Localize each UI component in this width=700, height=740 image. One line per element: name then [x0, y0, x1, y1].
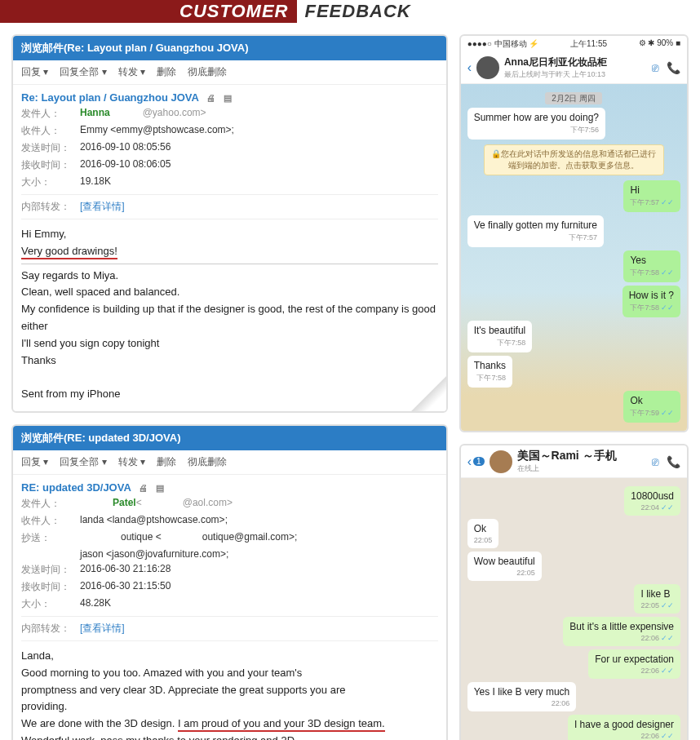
- email-card-1: 浏览邮件(Re: Layout plan / Guangzhou JOVA) 回…: [11, 34, 448, 413]
- call-icon[interactable]: 📞: [667, 455, 680, 468]
- print-icon[interactable]: 🖨: [139, 483, 148, 493]
- forward-button[interactable]: 转发 ▾: [118, 65, 145, 79]
- fwd-label: 内部转发：: [21, 622, 80, 636]
- video-call-icon[interactable]: ⎚: [652, 455, 658, 468]
- purge-button[interactable]: 彻底删除: [188, 455, 227, 469]
- read-tick-icon: ✓✓: [661, 601, 674, 609]
- body-line: providing.: [21, 698, 438, 716]
- forward-button[interactable]: 转发 ▾: [118, 455, 145, 469]
- body-highlight: I am proud of you and your 3D design tea…: [178, 717, 385, 732]
- avatar[interactable]: [490, 450, 512, 473]
- read-tick-icon: ✓✓: [661, 268, 674, 277]
- print-icon[interactable]: 🖨: [206, 93, 215, 103]
- message-bubble: Wow beautiful22:05: [467, 552, 542, 581]
- body-highlight: Very good drawings!: [21, 245, 117, 259]
- from-name: Patel: [113, 497, 136, 511]
- message-bubble: It's beautiful下午7:58: [467, 321, 533, 352]
- email-toolbar: 回复 ▾ 回复全部 ▾ 转发 ▾ 删除 彻底删除: [13, 60, 446, 85]
- call-icon[interactable]: 📞: [667, 61, 680, 74]
- read-tick-icon: ✓✓: [661, 634, 674, 642]
- status-time: 上午11:55: [570, 38, 607, 50]
- delete-button[interactable]: 删除: [157, 455, 176, 469]
- cc-val2: jason <jason@jovafurniture.com>;: [80, 548, 228, 560]
- encryption-notice: 🔒您在此对话中所发送的信息和通话都已进行端到端的加密。点击获取更多信息。: [484, 144, 664, 175]
- message-time: 22:04✓✓: [631, 503, 674, 512]
- from-addr: <@aol.com>: [136, 497, 233, 511]
- reply-all-button[interactable]: 回复全部 ▾: [60, 65, 106, 79]
- body-line: Say regards to Miya.: [21, 268, 438, 285]
- message-time: 下午7:58: [474, 338, 526, 348]
- message-bubble: Thanks下午7:58: [467, 356, 512, 388]
- avatar[interactable]: [476, 56, 499, 79]
- more-icon[interactable]: ▤: [156, 483, 164, 493]
- message-text: 10800usd: [631, 490, 674, 502]
- message-text: For ur expectation: [595, 654, 674, 665]
- message-bubble: For ur expectation22:06✓✓: [588, 649, 680, 679]
- body-line: promptness and very clear 3D. Appreciate…: [21, 682, 438, 699]
- message-time: 下午7:56: [474, 125, 599, 135]
- body-line: Good morning to you too. Amazed with you…: [21, 665, 438, 682]
- message-bubble: I have a good designer22:06✓✓: [568, 715, 680, 740]
- body-line: My confidence is building up that if the…: [21, 301, 438, 335]
- message-bubble: Summer how are you doing?下午7:56: [467, 108, 605, 140]
- reply-all-button[interactable]: 回复全部 ▾: [60, 455, 106, 469]
- size-val: 48.28K: [80, 597, 111, 611]
- message-row: For ur expectation22:06✓✓: [467, 649, 680, 679]
- view-details-link[interactable]: [查看详情]: [80, 622, 125, 636]
- delete-button[interactable]: 删除: [157, 65, 176, 79]
- subject-text: Re: Layout plan / Guangzhou JOVA: [21, 91, 198, 104]
- view-details-link[interactable]: [查看详情]: [80, 200, 125, 214]
- body-line: Hi Emmy,: [21, 226, 438, 243]
- body-line: We are done with the 3D design.: [21, 717, 178, 729]
- message-bubble: How is it ?下午7:58✓✓: [622, 286, 680, 317]
- message-text: Summer how are you doing?: [474, 112, 599, 123]
- email-toolbar: 回复 ▾ 回复全部 ▾ 转发 ▾ 删除 彻底删除: [13, 450, 446, 475]
- banner-right: FEEDBACK: [297, 0, 419, 23]
- sent-label: 发送时间：: [21, 563, 80, 577]
- from-label: 发件人：: [21, 497, 80, 511]
- reply-button[interactable]: 回复 ▾: [21, 65, 48, 79]
- message-row: Yes下午7:58✓✓: [467, 250, 680, 282]
- message-bubble: Ok22:05: [467, 519, 499, 548]
- message-row: Ok下午7:59✓✓: [467, 391, 680, 423]
- message-time: 下午7:58✓✓: [629, 303, 674, 313]
- back-icon[interactable]: ‹: [467, 60, 472, 75]
- message-bubble: Yes下午7:58✓✓: [623, 250, 680, 282]
- status-bar: ●●●●○ 中国移动 ⚡ 上午11:55 ⚙ ✱ 90% ■: [461, 36, 687, 52]
- message-bubble: Hi下午7:57✓✓: [623, 180, 680, 212]
- from-addr: @yahoo.com>: [143, 107, 206, 121]
- page-curl-icon: [410, 375, 448, 413]
- message-row: Ve finally gotten my furniture下午7:57: [467, 215, 680, 247]
- body-line: Wonderful work, pass my thanks to your r…: [21, 733, 438, 740]
- chat-area: 2月2日 周四 Summer how are you doing?下午7:56🔒…: [461, 84, 687, 431]
- message-bubble: Yes I like B very much22:06: [467, 682, 577, 711]
- message-row: 10800usd22:04✓✓: [467, 486, 680, 516]
- recv-val: 2016-06-30 21:15:50: [80, 580, 171, 594]
- email-body: Landa, Good morning to you too. Amazed w…: [13, 645, 446, 740]
- message-text: Hi: [630, 184, 674, 196]
- more-icon[interactable]: ▤: [224, 93, 232, 103]
- back-icon[interactable]: ‹: [467, 454, 472, 469]
- size-val: 19.18K: [80, 175, 111, 189]
- reply-button[interactable]: 回复 ▾: [21, 455, 48, 469]
- contact-status: 最后上线时与于昨天 上午10:13: [504, 69, 652, 80]
- video-call-icon[interactable]: ⎚: [652, 61, 658, 74]
- body-line: Clean, well spaced and balanced.: [21, 284, 438, 301]
- cc-val: outique <outique@gmail.com>;: [80, 531, 297, 545]
- read-tick-icon: ✓✓: [661, 198, 674, 206]
- message-time: 下午7:57✓✓: [630, 197, 674, 208]
- from-name: Hanna: [80, 107, 110, 121]
- body-line: I'll send you sign copy tonight: [21, 335, 438, 352]
- chat-header: ‹ 1 美国～Rami ～手机 在线上 ⎚ 📞: [461, 445, 687, 478]
- message-text: Ve finally gotten my furniture: [474, 219, 597, 231]
- cc-label: 抄送：: [21, 531, 80, 545]
- message-time: 下午7:58: [474, 373, 506, 383]
- message-bubble: But it's a little expensive22:06✓✓: [563, 617, 680, 646]
- read-tick-icon: ✓✓: [661, 732, 674, 740]
- email-subject: Re: Layout plan / Guangzhou JOVA 🖨 ▤: [13, 85, 446, 105]
- email-body: Hi Emmy, Very good drawings! Say regards…: [13, 223, 446, 411]
- email-subject: RE: updated 3D/JOVA 🖨 ▤: [13, 475, 446, 495]
- banner-left: CUSTOMER: [0, 0, 297, 23]
- fwd-label: 内部转发：: [21, 200, 80, 214]
- purge-button[interactable]: 彻底删除: [188, 65, 227, 79]
